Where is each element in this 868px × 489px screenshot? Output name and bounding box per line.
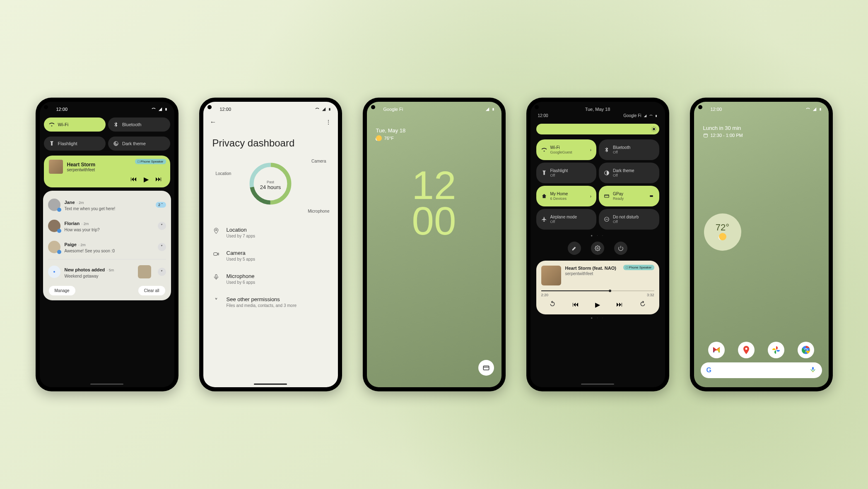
media-card[interactable]: □ Phone Speaker Heart Storm serpentwithf… — [44, 156, 170, 187]
qs-tile-flashlight[interactable]: FlashlightOff — [536, 163, 597, 183]
calendar-icon — [703, 133, 708, 138]
qs-wifi-tile[interactable]: Wi-Fi — [44, 117, 106, 132]
svg-rect-22 — [820, 108, 821, 110]
qs-tile-gpay[interactable]: GPayReady — [599, 186, 659, 206]
count-badge[interactable]: 2 ˅ — [156, 202, 166, 208]
status-bar: Google Fi — [367, 102, 502, 115]
media-output-badge[interactable]: □ Phone Speaker — [135, 159, 166, 164]
media-artist: serpentwithfeet — [67, 168, 96, 172]
qs-flashlight-tile[interactable]: Flashlight — [44, 137, 106, 151]
notification-item[interactable]: Florian · 2m How was your trip? ˅ — [43, 215, 171, 236]
sub-status-bar: 12:00 Google Fi — [530, 113, 665, 121]
permission-microphone[interactable]: MicrophoneUsed by 6 apps — [212, 267, 329, 290]
prev-track-icon[interactable]: ⏮ — [572, 301, 579, 308]
gmail-app-icon[interactable] — [708, 342, 725, 358]
chevron-right-icon: › — [590, 148, 591, 152]
camera-cutout — [535, 105, 539, 109]
play-icon[interactable]: ▶ — [144, 175, 149, 183]
home-indicator[interactable] — [581, 384, 614, 385]
sun-icon — [719, 233, 726, 240]
qs-tile-wi-fi[interactable]: Wi-FiGoogleGuest› — [536, 139, 597, 160]
prev-track-icon[interactable]: ⏮ — [130, 175, 137, 183]
lock-weather[interactable]: 76°F — [367, 134, 502, 143]
svg-rect-29 — [812, 367, 814, 370]
back-button[interactable]: ← — [210, 118, 217, 126]
bluetooth-icon — [113, 122, 119, 127]
microphone-icon — [212, 273, 220, 280]
replay-icon[interactable] — [549, 300, 556, 309]
lock-clock: 12 00 — [367, 143, 502, 264]
expand-icon[interactable]: ˅ — [158, 222, 166, 230]
home-screen-phone: 12:00 Lunch in 30 min 12:30 - 1:00 PM 72… — [690, 98, 833, 391]
expand-icon[interactable]: ˅ — [158, 268, 166, 276]
flashlight-icon — [541, 170, 547, 176]
media-output-badge[interactable]: □ Phone Speaker — [623, 265, 654, 270]
next-track-icon[interactable]: ⏭ — [616, 301, 623, 308]
clock: 12:00 — [56, 107, 68, 112]
at-a-glance[interactable]: Lunch in 30 min 12:30 - 1:00 PM — [694, 115, 829, 138]
carrier: Google Fi — [383, 107, 403, 112]
home-indicator[interactable] — [254, 384, 287, 385]
power-button[interactable] — [614, 242, 627, 255]
camera-cutout — [207, 105, 212, 109]
wifi-icon — [49, 122, 55, 127]
chrome-app-icon[interactable] — [798, 342, 814, 358]
home-indicator[interactable] — [90, 384, 123, 385]
edit-button[interactable] — [568, 242, 581, 255]
chevron-right-icon: › — [590, 194, 591, 199]
svg-point-14 — [653, 128, 655, 130]
status-bar: 12:00 — [203, 102, 338, 115]
dark-theme-icon — [604, 170, 610, 176]
notification-list: Jane · 2m Text me when you get here! 2 ˅… — [43, 191, 171, 300]
progress-bar[interactable] — [541, 290, 654, 291]
lock-screen-phone: Google Fi Tue, May 18 76°F 12 00 — [363, 98, 506, 391]
svg-rect-16 — [605, 195, 609, 198]
status-bar: 12:00 — [694, 102, 829, 115]
svg-point-21 — [597, 247, 598, 249]
permission-camera[interactable]: CameraUsed by 5 apps — [212, 244, 329, 267]
page-indicator: ● · · — [530, 232, 665, 239]
photos-app-icon[interactable] — [768, 342, 784, 358]
notification-item[interactable]: Jane · 2m Text me when you get here! 2 ˅ — [43, 194, 171, 215]
media-card[interactable]: □ Phone Speaker Heart Storm (feat. NAO) … — [536, 261, 659, 314]
permission-location[interactable]: LocationUsed by 7 apps — [212, 221, 329, 244]
svg-point-7 — [215, 229, 217, 230]
notification-item[interactable]: Paige · 2m Awesome! See you soon :0 ˅ — [43, 236, 171, 257]
usage-chart: Past 24 hours Location Camera Microphone — [203, 155, 338, 217]
maps-app-icon[interactable] — [738, 342, 755, 358]
quick-settings-phone: Tue, May 18 12:00 Google Fi Wi-FiGoogleG… — [526, 98, 669, 391]
do-not-disturb-icon — [604, 216, 610, 222]
mic-icon[interactable] — [810, 366, 816, 374]
qs-darktheme-tile[interactable]: Dark theme — [108, 137, 170, 151]
expand-icon[interactable]: ˅ — [158, 243, 166, 251]
status-icons — [805, 107, 822, 112]
airplane-mode-icon — [541, 216, 547, 222]
weather-widget[interactable]: 72° — [704, 213, 741, 251]
more-menu-icon[interactable]: ⋮ — [326, 119, 331, 125]
play-icon[interactable]: ▶ — [595, 301, 600, 309]
wallet-button[interactable] — [478, 360, 494, 376]
qs-tile-do-not-disturb[interactable]: Do not disturbOff — [599, 209, 659, 230]
qs-tile-my-home[interactable]: My Home6 Devices› — [536, 186, 597, 206]
notification-item[interactable]: New photos added · 5m Weekend getaway ˅ — [43, 261, 171, 283]
qs-bluetooth-tile[interactable]: Bluetooth — [108, 117, 170, 132]
svg-rect-18 — [650, 195, 653, 197]
forward-icon[interactable] — [639, 300, 646, 309]
clear-all-button[interactable]: Clear all — [138, 286, 165, 295]
settings-button[interactable] — [591, 242, 604, 255]
search-bar[interactable]: G — [701, 362, 822, 378]
gpay-icon — [604, 193, 610, 199]
qs-tile-bluetooth[interactable]: BluetoothOff — [599, 139, 659, 160]
manage-button[interactable]: Manage — [49, 286, 75, 295]
dock — [694, 342, 829, 358]
location-icon — [212, 227, 220, 234]
next-track-icon[interactable]: ⏭ — [155, 175, 162, 183]
brightness-icon — [650, 125, 658, 133]
notification-shade-phone: 12:00 Wi-Fi Bluetooth Flashlight — [36, 98, 178, 391]
permission-other[interactable]: ˅ See other permissionsFiles and media, … — [212, 290, 329, 314]
qs-tile-airplane-mode[interactable]: Airplane modeOff — [536, 209, 597, 230]
brightness-slider[interactable] — [536, 124, 659, 134]
flashlight-icon — [49, 141, 55, 146]
page-title: Privacy dashboard — [203, 129, 338, 155]
qs-tile-dark-theme[interactable]: Dark themeOff — [599, 163, 659, 183]
